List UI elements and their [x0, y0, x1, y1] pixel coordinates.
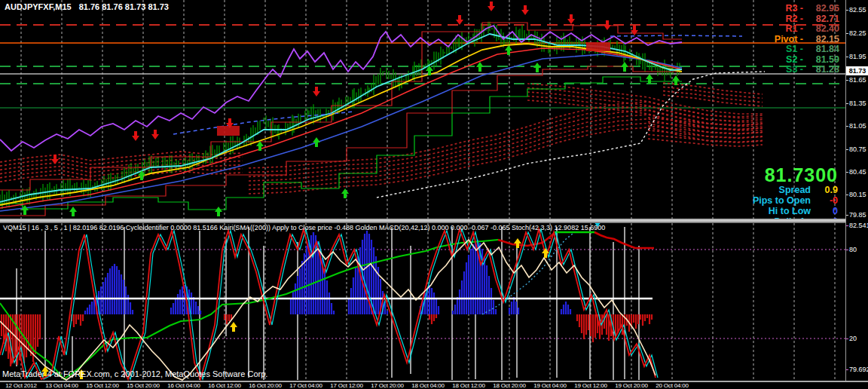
arrow-down-icon [604, 20, 611, 30]
price-axis[interactable]: 82.5582.2581.9581.6581.3581.0580.7580.45… [845, 0, 868, 381]
cloud-band [648, 134, 763, 142]
axis-price-label: 82.55 [849, 6, 866, 14]
axis-price-label: 80.75 [849, 145, 866, 153]
axis-price-label: 20 [849, 335, 857, 342]
arrow-down-icon [521, 5, 529, 15]
arrow-down-icon [132, 131, 139, 141]
quote-stat-row: Hi to Low0 [753, 206, 838, 216]
axis-price-label: 79.692 [849, 366, 868, 373]
pivot-level-label: Pivot - [775, 35, 803, 45]
symbol-period-label: AUDJPYFXF,M15 [5, 2, 72, 11]
arrow-down-icon [51, 155, 59, 164]
pivot-level-value: 82.40 [803, 24, 839, 35]
pivot-level-row: Pivot -82.15 [775, 35, 839, 45]
time-axis-label: 15 Oct 12:00 [86, 382, 118, 389]
arrow-down-icon [487, 2, 495, 11]
pivot-level-row: S2 -81.59 [775, 55, 839, 66]
axis-price-label: 82.25 [849, 29, 866, 37]
axis-price-label: 81.95 [849, 53, 866, 60]
mt4-terminal: AUDJPYFXF,M1581.76 81.76 81.73 81.73 R3 … [0, 0, 868, 389]
quote-stat-row: Daily Av6 [753, 216, 838, 219]
time-axis-label: 16 Oct 20:00 [249, 382, 281, 389]
time-axis-label: 19 Oct 04:00 [533, 382, 566, 389]
copyright-text: MetaTrader 4 at FOREX.com, c 2001-2012, … [2, 369, 267, 378]
time-axis[interactable]: 12 Oct 201213 Oct 04:0015 Oct 12:0015 Oc… [0, 382, 868, 389]
price-chart-canvas[interactable] [0, 0, 845, 219]
price-chart-panel[interactable]: AUDJPYFXF,M1581.76 81.76 81.73 81.73 R3 … [0, 0, 845, 219]
arrow-up-icon [621, 62, 628, 72]
quote-stat-label: Daily Av [775, 216, 811, 219]
arrow-down-icon [567, 14, 575, 24]
arrow-down-icon [456, 15, 463, 25]
time-axis-label: 18 Oct 04:00 [411, 382, 444, 389]
pivot-level-row: R2 -82.71 [775, 14, 839, 25]
quote-stat-value: 0.9 [811, 185, 838, 195]
time-axis-label: 18 Oct 12:00 [452, 382, 484, 389]
quote-stat-value: 0 [811, 206, 838, 216]
quote-stat-label: Hi to Low [769, 206, 811, 216]
pivot-level-label: S2 - [786, 55, 803, 66]
quote-stat-label: Pips to Open [753, 195, 811, 206]
time-axis-label: 13 Oct 04:00 [45, 382, 78, 389]
axis-tick [846, 194, 848, 195]
arrow-up-icon [256, 141, 264, 151]
time-axis-label: 17 Oct 04:00 [289, 382, 322, 389]
arrow-down-icon [313, 87, 320, 96]
indicator-header: VQM15 | 16 , 3 , 5 , 1 | 82.0196 82.0196… [3, 224, 605, 231]
cloud-band [648, 139, 763, 146]
signal-box [217, 126, 240, 136]
axis-price-label: 81.05 [849, 122, 866, 130]
quote-stat-row: Spread0.9 [753, 185, 838, 195]
axis-price-label: 82.5411 [849, 222, 868, 229]
axis-tick [846, 10, 848, 11]
pivot-level-label: R2 - [785, 14, 803, 25]
arrow-up-icon [476, 62, 484, 72]
axis-tick [846, 103, 848, 104]
time-axis-label: 16 Oct 04:00 [167, 382, 200, 389]
cloud-band [648, 126, 763, 133]
axis-price-label: 80.15 [849, 191, 866, 198]
quote-info-block: 81.7300 Spread0.9Pips to Open-0Hi to Low… [753, 165, 838, 219]
time-axis-label: 17 Oct 12:00 [330, 382, 362, 389]
axis-tick [846, 338, 848, 339]
pivot-level-value: 81.84 [803, 44, 839, 55]
time-axis-label: 19 Oct 20:00 [615, 382, 647, 389]
pivot-level-row: R3 -82.96 [775, 4, 839, 14]
arrow-up-icon [533, 63, 541, 72]
current-price-display: 81.7300 [753, 165, 838, 185]
series-dash-blue-right [610, 35, 742, 36]
cloud-band [648, 118, 763, 125]
axis-tick [846, 149, 848, 150]
pivot-level-label: S1 - [786, 44, 803, 55]
pivot-level-value: 81.28 [803, 65, 839, 75]
indicator-canvas[interactable] [0, 223, 845, 381]
axis-price-label: 81.65 [849, 76, 866, 84]
pivot-level-row: S1 -81.84 [775, 44, 839, 55]
chart-title: AUDJPYFXF,M1581.76 81.76 81.73 81.73 [5, 2, 169, 11]
axis-price-label: 81.35 [849, 100, 866, 107]
quote-stat-row: Pips to Open-0 [753, 195, 838, 206]
axis-tick [846, 250, 848, 250]
time-axis-label: 15 Oct 20:00 [127, 382, 159, 389]
time-axis-label: 19 Oct 12:00 [574, 382, 607, 389]
pivot-level-label: S3 - [786, 65, 803, 75]
time-axis-label: 12 Oct 2012 [5, 382, 36, 389]
time-axis-label: 17 Oct 20:00 [371, 382, 403, 389]
axis-tick [846, 215, 848, 216]
axis-tick [846, 126, 848, 127]
arrow-up-icon [646, 74, 653, 84]
quote-stats-rows: Spread0.9Pips to Open-0Hi to Low0Daily A… [753, 185, 838, 219]
current-price-box: 81.73 [846, 66, 868, 75]
axis-price-label: 79.85 [849, 211, 866, 219]
time-axis-label: 16 Oct 12:00 [208, 382, 240, 389]
series-dot-white [377, 72, 765, 198]
time-axis-label: 20 Oct 04:00 [656, 382, 688, 389]
pivot-level-label: R1 - [785, 24, 803, 35]
arrow-up-icon [69, 207, 77, 216]
axis-tick [846, 369, 848, 370]
indicator-panel[interactable]: VQM15 | 16 , 3 , 5 , 1 | 82.0196 82.0196… [0, 223, 845, 381]
quote-stat-value: 6 [811, 216, 838, 219]
time-axis-label: 18 Oct 20:00 [493, 382, 525, 389]
ohlc-values: 81.76 81.76 81.73 81.73 [79, 2, 169, 11]
axis-price-label: 80 [849, 246, 857, 253]
